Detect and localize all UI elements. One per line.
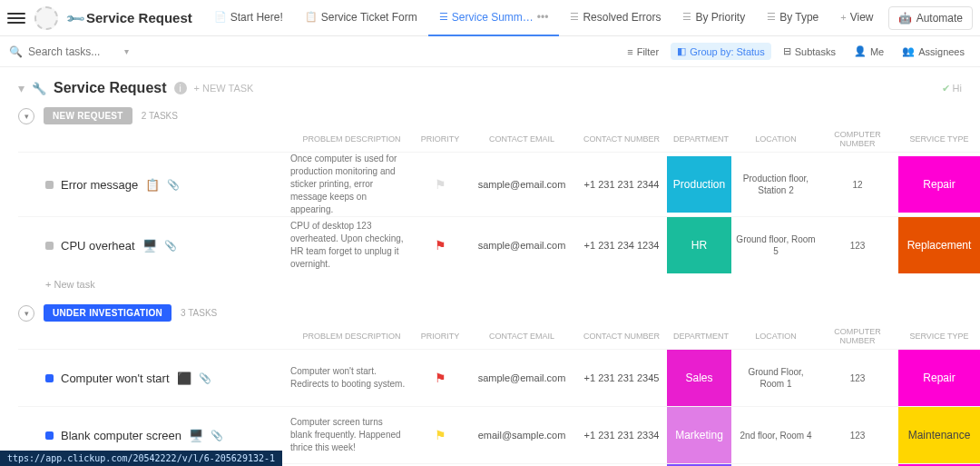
page-title: Service Request — [86, 10, 192, 25]
status-square-icon[interactable] — [45, 374, 54, 382]
column-header[interactable]: CONTACT EMAIL — [467, 134, 576, 144]
chevron-down-icon[interactable]: ▾ — [124, 46, 129, 56]
user-icon: 👤 — [854, 45, 867, 57]
column-header[interactable]: PRIORITY — [413, 332, 467, 341]
check-icon: ✔ — [942, 83, 950, 94]
status-square-icon[interactable] — [45, 181, 54, 189]
menu-icon[interactable] — [7, 9, 25, 27]
location-cell[interactable]: Ground floor, Room 5 — [735, 233, 817, 257]
department-cell[interactable]: Production — [667, 156, 731, 213]
search-icon: 🔍 — [9, 45, 23, 58]
priority-flag-icon[interactable]: ⚑ — [435, 428, 446, 442]
location-cell[interactable]: Production floor, Station 2 — [735, 173, 817, 196]
department-cell[interactable]: HR — [667, 217, 731, 273]
filter-button[interactable]: ≡Filter — [621, 44, 665, 60]
problem-description: Computer won't start. Redirects to booti… — [290, 365, 413, 391]
contact-email[interactable]: sample@email.com — [467, 240, 576, 251]
subtasks-button[interactable]: ⊟Subtasks — [777, 43, 842, 60]
new-task-button[interactable]: + NEW TASK — [194, 83, 254, 94]
column-header[interactable]: CONTACT NUMBER — [576, 332, 667, 341]
service-type-cell[interactable]: Repair — [898, 350, 980, 406]
attachment-icon[interactable]: 📎 — [199, 372, 211, 384]
tab-service-summary[interactable]: ☰Service Summ…••• — [428, 0, 560, 36]
task-name[interactable]: Blank computer screen — [61, 429, 181, 442]
tab-by-priority[interactable]: ☰By Priority — [671, 0, 756, 36]
computer-number[interactable]: 123 — [817, 240, 898, 252]
contact-email[interactable]: sample@email.com — [467, 372, 576, 383]
group-collapse-icon[interactable]: ▾ — [18, 305, 34, 322]
tab-by-type[interactable]: ☰By Type — [756, 0, 829, 36]
tab-start-here[interactable]: 📄Start Here! — [203, 0, 294, 36]
task-row[interactable]: Computer won't start ⬛ 📎 Computer won't … — [18, 349, 980, 406]
subtasks-icon: ⊟ — [783, 45, 791, 57]
loading-icon — [34, 6, 58, 30]
column-header[interactable]: PROBLEM DESCRIPTION — [290, 332, 413, 341]
info-icon[interactable]: i — [174, 82, 187, 94]
computer-number[interactable]: 123 — [817, 430, 898, 441]
ellipsis-icon[interactable]: ••• — [537, 11, 549, 24]
task-emoji-icon: 📋 — [145, 178, 160, 192]
users-icon: 👥 — [902, 45, 915, 57]
column-header[interactable]: CONTACT NUMBER — [576, 134, 667, 144]
assignees-button[interactable]: 👥Assignees — [896, 43, 971, 60]
attachment-icon[interactable]: 📎 — [164, 240, 177, 252]
column-header[interactable]: LOCATION — [735, 134, 817, 144]
computer-number[interactable]: 123 — [817, 372, 898, 384]
status-pill[interactable]: UNDER INVESTIGATION — [44, 304, 172, 322]
status-square-icon[interactable] — [45, 431, 54, 440]
location-cell[interactable]: Ground Floor, Room 1 — [735, 366, 817, 390]
status-square-icon[interactable] — [45, 242, 54, 250]
task-row[interactable]: CPU overheat 🖥️ 📎 CPU of desktop 123 ove… — [18, 216, 980, 273]
contact-number[interactable]: +1 231 231 2345 — [576, 372, 667, 383]
department-cell[interactable]: Sales — [667, 350, 731, 406]
contact-email[interactable]: sample@email.com — [467, 179, 576, 190]
task-row[interactable]: Error message 📋 📎 Once computer is used … — [18, 152, 980, 216]
problem-description: Once computer is used for production mon… — [290, 153, 413, 216]
task-name[interactable]: Error message — [61, 178, 138, 192]
contact-email[interactable]: email@sample.com — [467, 430, 576, 441]
status-pill[interactable]: NEW REQUEST — [44, 107, 132, 124]
column-header[interactable]: PRIORITY — [413, 134, 467, 144]
group-collapse-icon[interactable]: ▾ — [18, 108, 34, 124]
column-header[interactable]: SERVICE TYPE — [898, 134, 980, 144]
contact-number[interactable]: +1 231 231 2344 — [576, 179, 667, 190]
me-button[interactable]: 👤Me — [848, 43, 890, 60]
task-name[interactable]: CPU overheat — [61, 239, 135, 253]
doc-icon: 📄 — [214, 11, 227, 23]
service-type-cell[interactable]: Repair — [898, 156, 980, 213]
location-cell[interactable]: 2nd floor, Room 4 — [735, 430, 817, 441]
priority-flag-icon[interactable]: ⚑ — [435, 177, 446, 192]
group-by-button[interactable]: ◧Group by: Status — [671, 43, 771, 60]
attachment-icon[interactable]: 📎 — [167, 179, 180, 191]
collapse-caret-icon[interactable]: ▾ — [18, 81, 24, 95]
attachment-icon[interactable]: 📎 — [211, 430, 223, 441]
priority-flag-icon[interactable]: ⚑ — [435, 371, 446, 385]
column-header[interactable]: DEPARTMENT — [667, 134, 735, 144]
column-header[interactable]: COMPUTER NUMBER — [817, 327, 898, 345]
search-input[interactable] — [28, 45, 119, 58]
column-header[interactable]: COMPUTER NUMBER — [817, 130, 898, 148]
new-task-inline[interactable]: + New task — [18, 273, 980, 295]
tab-ticket-form[interactable]: 📋Service Ticket Form — [294, 0, 428, 36]
search-input-wrap[interactable]: 🔍 ▾ — [9, 45, 154, 58]
view-tabs: 📄Start Here! 📋Service Ticket Form ☰Servi… — [203, 0, 888, 36]
task-name[interactable]: Computer won't start — [61, 372, 170, 385]
column-header[interactable]: CONTACT EMAIL — [467, 332, 576, 341]
service-type-cell[interactable]: Maintenance — [898, 407, 980, 463]
computer-number[interactable]: 12 — [817, 179, 898, 191]
service-type-cell[interactable]: Replacement — [898, 217, 980, 273]
list-icon: ☰ — [767, 11, 776, 23]
automate-button[interactable]: 🤖Automate — [888, 6, 973, 30]
priority-flag-icon[interactable]: ⚑ — [435, 238, 446, 253]
department-cell[interactable]: Marketing — [667, 407, 731, 463]
problem-description: Computer screen turns blank frequently. … — [290, 416, 413, 454]
tab-add-view[interactable]: +View — [829, 0, 884, 36]
column-header[interactable]: SERVICE TYPE — [898, 332, 980, 341]
column-header[interactable]: LOCATION — [735, 332, 817, 341]
tab-resolved-errors[interactable]: ☰Resolved Errors — [559, 0, 671, 36]
column-header[interactable]: DEPARTMENT — [667, 332, 735, 341]
contact-number[interactable]: +1 231 234 1234 — [576, 240, 667, 251]
contact-number[interactable]: +1 231 231 2334 — [576, 430, 667, 441]
filter-icon: ≡ — [627, 46, 632, 57]
column-header[interactable]: PROBLEM DESCRIPTION — [290, 134, 413, 144]
